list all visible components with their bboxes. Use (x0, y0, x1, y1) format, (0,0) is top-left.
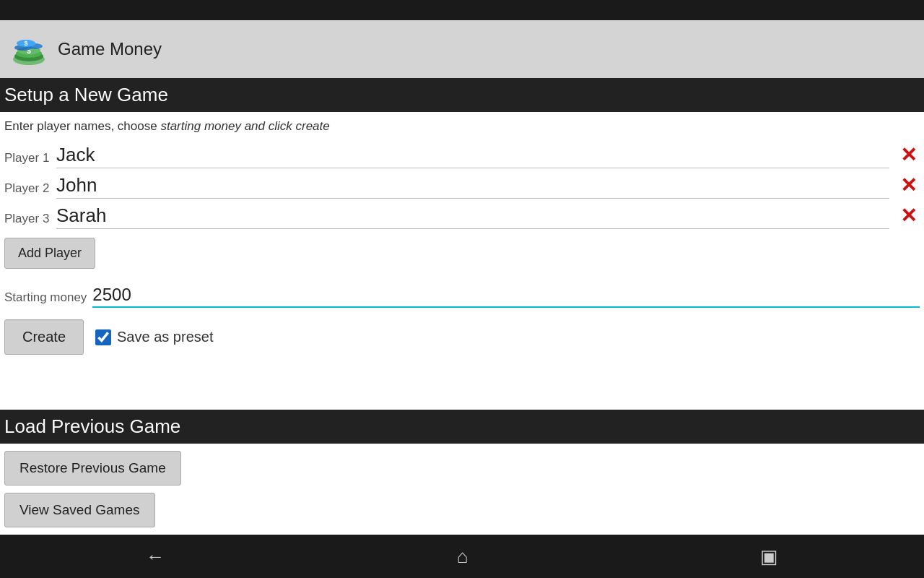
player-2-input[interactable] (56, 173, 889, 198)
restore-previous-game-button[interactable]: Restore Previous Game (4, 451, 181, 486)
player-2-label: Player 2 (4, 181, 56, 199)
player-2-delete-button[interactable]: ✕ (900, 176, 917, 196)
player-3-input[interactable] (56, 203, 889, 228)
player-1-row: Player 1 ✕ (0, 139, 924, 170)
status-bar (0, 0, 924, 20)
save-as-preset-label[interactable]: Save as preset (117, 329, 213, 345)
starting-money-label: Starting money (4, 290, 87, 308)
app-title: Game Money (58, 39, 162, 59)
load-section-header: Load Previous Game (0, 410, 924, 444)
player-3-delete-button[interactable]: ✕ (900, 206, 917, 226)
setup-subtitle: Enter player names, choose starting mone… (0, 116, 924, 139)
player-3-input-wrapper (56, 203, 889, 229)
svg-text:$: $ (24, 40, 27, 47)
back-icon[interactable]: ← (146, 545, 165, 568)
add-player-button[interactable]: Add Player (4, 238, 95, 269)
create-button[interactable]: Create (4, 319, 84, 355)
starting-money-input-wrapper (92, 283, 920, 308)
view-saved-games-button[interactable]: View Saved Games (4, 493, 155, 527)
player-1-input[interactable] (56, 142, 889, 168)
setup-section-header: Setup a New Game (0, 78, 924, 112)
app-header: $ $ Game Money (0, 20, 924, 78)
player-2-row: Player 2 ✕ (0, 170, 924, 200)
save-as-preset-checkbox[interactable] (95, 329, 111, 345)
bottom-navigation: ← ⌂ ▣ (0, 535, 924, 578)
player-1-label: Player 1 (4, 151, 56, 168)
main-content: Enter player names, choose starting mone… (0, 112, 924, 410)
player-1-input-wrapper (56, 142, 889, 168)
player-3-row: Player 3 ✕ (0, 200, 924, 230)
starting-money-row: Starting money (0, 276, 924, 309)
recents-icon[interactable]: ▣ (760, 545, 778, 568)
player-2-input-wrapper (56, 173, 889, 199)
player-3-label: Player 3 (4, 212, 56, 229)
player-1-delete-button[interactable]: ✕ (900, 145, 917, 165)
save-preset-wrapper: Save as preset (95, 329, 213, 345)
starting-money-input[interactable] (92, 283, 920, 306)
load-buttons-area: Restore Previous Game View Saved Games (0, 444, 924, 535)
create-row: Create Save as preset (0, 309, 924, 365)
app-icon: $ $ (9, 29, 49, 69)
home-icon[interactable]: ⌂ (457, 545, 468, 568)
